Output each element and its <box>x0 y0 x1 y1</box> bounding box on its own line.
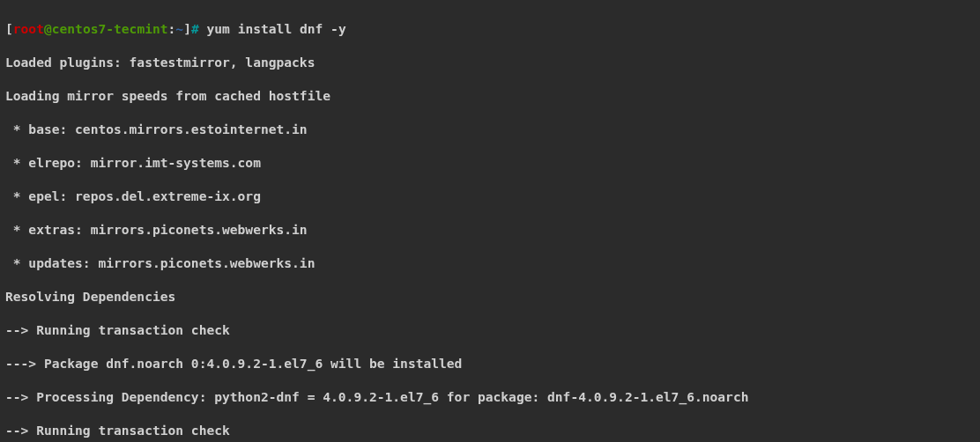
output-line: * base: centos.mirrors.estointernet.in <box>5 121 975 137</box>
terminal-output: [root@centos7-tecmint:~]# yum install dn… <box>0 0 980 442</box>
prompt-user: root <box>13 21 44 36</box>
output-line: ---> Package dnf.noarch 0:4.0.9.2-1.el7_… <box>5 355 975 372</box>
typed-command: yum install dnf -y <box>207 21 346 36</box>
output-line: * elrepo: mirror.imt-systems.com <box>5 154 975 171</box>
prompt-line[interactable]: [root@centos7-tecmint:~]# yum install dn… <box>5 20 975 37</box>
prompt-host: centos7-tecmint <box>52 21 168 36</box>
output-line: Loading mirror speeds from cached hostfi… <box>5 87 975 104</box>
prompt-cwd: ~ <box>175 21 183 36</box>
output-line: Loaded plugins: fastestmirror, langpacks <box>5 54 975 70</box>
output-line: --> Running transaction check <box>5 422 975 438</box>
prompt-hash: # <box>191 21 207 36</box>
output-line: --> Processing Dependency: python2-dnf =… <box>5 388 975 405</box>
output-line: * epel: repos.del.extreme-ix.org <box>5 188 975 204</box>
bracket-open: [ <box>5 21 13 36</box>
output-line: Resolving Dependencies <box>5 288 975 305</box>
prompt-at: @ <box>44 21 52 36</box>
output-line: * extras: mirrors.piconets.webwerks.in <box>5 221 975 238</box>
bracket-close: ] <box>183 21 191 36</box>
output-line: --> Running transaction check <box>5 321 975 338</box>
output-line: * updates: mirrors.piconets.webwerks.in <box>5 254 975 271</box>
